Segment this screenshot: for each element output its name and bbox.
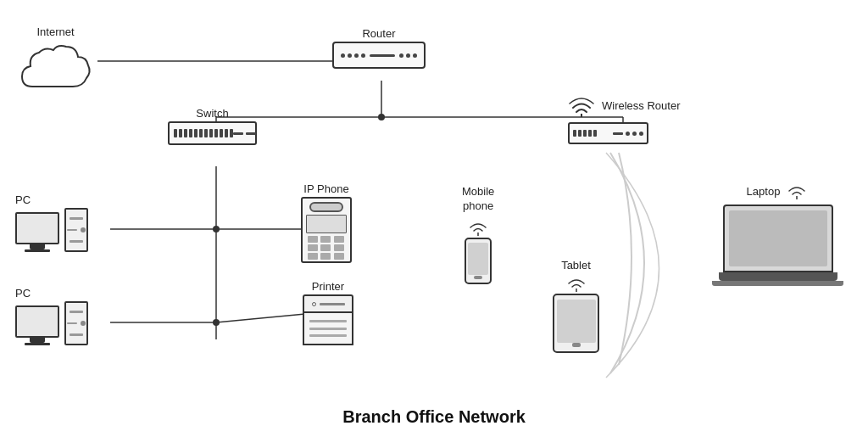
laptop-keyboard: [719, 272, 837, 281]
pc1-slot1: [70, 217, 83, 220]
pc2-btn: [81, 321, 86, 326]
pk3: [334, 236, 344, 243]
wr-dot1: [626, 132, 630, 136]
pc1-base: [25, 249, 50, 252]
wr-box-wrapper: [568, 122, 648, 144]
svg-line-12: [216, 314, 305, 322]
ip-phone-label: IP Phone: [303, 182, 348, 195]
laptop-base-strip: [712, 281, 843, 286]
wr-header: Wireless Router: [568, 93, 680, 119]
router-line: [370, 54, 395, 57]
sp5: [194, 129, 198, 137]
phone-handset: [309, 202, 343, 212]
mobile-btn: [474, 276, 482, 279]
printer-device: Printer: [298, 280, 358, 358]
cloud-icon: [15, 40, 96, 101]
pc1-device: PC: [15, 193, 88, 252]
pk4: [308, 244, 318, 251]
laptop-wifi-icon: [785, 182, 809, 201]
tablet-btn: [572, 343, 581, 347]
pc2-buttons: [67, 321, 86, 326]
router-dot-1: [341, 53, 345, 58]
tablet-icon: [553, 294, 599, 353]
tablet-label: Tablet: [561, 259, 591, 272]
sd2: [246, 132, 256, 135]
switch-label: Switch: [196, 107, 228, 120]
pk2: [320, 236, 331, 243]
router-dot-2: [348, 53, 352, 58]
laptop-header: Laptop: [747, 182, 810, 201]
router-icon: [332, 42, 426, 69]
tablet-wifi-icon: [565, 275, 588, 294]
pc2-icon: [15, 301, 88, 345]
tablet-wrapper: [553, 275, 599, 353]
mobile-icon: [465, 238, 492, 284]
phone-screen: [306, 215, 347, 233]
pk8: [320, 253, 331, 260]
pc1-screen: [15, 212, 59, 244]
internet-label: Internet: [36, 25, 74, 38]
sp9: [214, 129, 218, 137]
router-dot-4: [361, 53, 365, 58]
pk9: [334, 253, 344, 260]
sp3: [184, 129, 187, 137]
pc1-icon: [15, 208, 88, 252]
router-dot-7: [413, 53, 417, 58]
wr-right-dots: [613, 132, 643, 136]
svg-point-8: [213, 226, 220, 233]
sp7: [204, 129, 208, 137]
wr-ports: [573, 130, 597, 137]
mobile-phone-device: Mobilephone: [462, 185, 494, 284]
pc1-slot2: [70, 240, 83, 243]
sp11: [225, 129, 228, 137]
router-dot-5: [399, 53, 403, 58]
sp1: [174, 129, 177, 137]
wrp3: [583, 130, 587, 137]
wrp2: [578, 130, 581, 137]
laptop-display: [729, 210, 827, 266]
mobile-screen: [468, 243, 488, 275]
switch-right: [233, 132, 256, 135]
wireless-router-device: Wireless Router: [568, 93, 680, 144]
print-line2: [309, 328, 347, 330]
internet-device: Internet: [15, 25, 96, 101]
mobile-label: Mobilephone: [462, 185, 494, 214]
sp10: [220, 129, 223, 137]
wireless-router-icon: [568, 122, 648, 144]
mobile-wrapper: [465, 219, 492, 284]
switch-icon: [168, 121, 257, 145]
print-line1: [309, 320, 347, 322]
pc2-device: PC: [15, 287, 88, 345]
router-label: Router: [362, 27, 395, 40]
wrp1: [573, 130, 576, 137]
switch-ports: [174, 129, 233, 137]
printer-label: Printer: [312, 280, 344, 293]
ip-phone-icon: [301, 197, 352, 263]
switch-device: Switch: [168, 107, 257, 145]
printer-indicator: [312, 302, 316, 306]
wrp5: [593, 130, 597, 137]
pc2-slot1: [70, 311, 83, 313]
laptop-device: Laptop: [712, 182, 843, 286]
pk7: [308, 253, 318, 260]
wireless-router-label: Wireless Router: [602, 99, 680, 112]
laptop-icon: [712, 204, 843, 286]
pc1-monitor: [15, 212, 59, 252]
phone-keypad: [308, 236, 345, 260]
sp6: [199, 129, 203, 137]
network-diagram: Internet Router Switch: [0, 0, 868, 437]
router-dot-3: [354, 53, 359, 58]
pc1-label: PC: [15, 193, 31, 206]
pc2-label: PC: [15, 287, 31, 300]
pk5: [320, 244, 331, 251]
printer-feed-slot: [320, 303, 345, 305]
pc1-btn: [81, 227, 86, 233]
wr-dot2: [632, 132, 637, 136]
sp4: [189, 129, 192, 137]
pk1: [308, 236, 318, 243]
pc1-dash: [67, 229, 77, 231]
pc2-tower: [64, 301, 88, 345]
pc2-dash: [67, 322, 77, 324]
sp8: [209, 129, 213, 137]
router-dots: [341, 53, 365, 58]
